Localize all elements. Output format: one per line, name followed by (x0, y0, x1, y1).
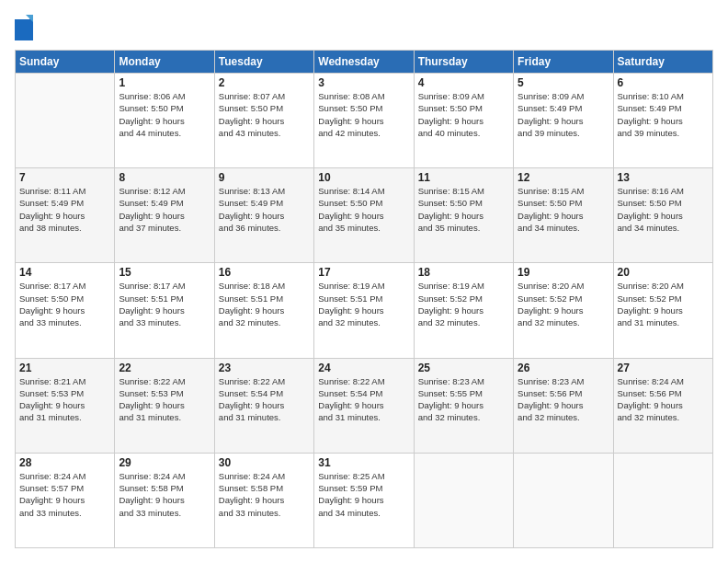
day-number: 28 (19, 456, 110, 469)
cell-info: Sunrise: 8:23 AMSunset: 5:55 PMDaylight:… (418, 375, 509, 424)
day-number: 10 (318, 171, 409, 184)
day-header-monday: Monday (115, 51, 214, 74)
calendar-cell: 13Sunrise: 8:16 AMSunset: 5:50 PMDayligh… (613, 168, 712, 263)
calendar-body: 1Sunrise: 8:06 AMSunset: 5:50 PMDaylight… (16, 74, 713, 548)
calendar-cell (613, 453, 712, 547)
cell-info: Sunrise: 8:19 AMSunset: 5:52 PMDaylight:… (418, 280, 509, 328)
calendar-cell: 6Sunrise: 8:10 AMSunset: 5:49 PMDaylight… (613, 74, 712, 168)
calendar-week-5: 28Sunrise: 8:24 AMSunset: 5:57 PMDayligh… (16, 453, 713, 547)
cell-info: Sunrise: 8:25 AMSunset: 5:59 PMDaylight:… (318, 470, 409, 519)
calendar-cell: 11Sunrise: 8:15 AMSunset: 5:50 PMDayligh… (414, 168, 513, 263)
cell-info: Sunrise: 8:16 AMSunset: 5:50 PMDaylight:… (618, 185, 709, 234)
day-number: 2 (219, 76, 310, 89)
cell-info: Sunrise: 8:15 AMSunset: 5:50 PMDaylight:… (518, 185, 609, 234)
cell-info: Sunrise: 8:24 AMSunset: 5:58 PMDaylight:… (219, 470, 310, 519)
calendar-cell: 5Sunrise: 8:09 AMSunset: 5:49 PMDaylight… (514, 74, 613, 168)
calendar-cell: 21Sunrise: 8:21 AMSunset: 5:53 PMDayligh… (16, 358, 115, 453)
cell-info: Sunrise: 8:13 AMSunset: 5:49 PMDaylight:… (219, 185, 310, 234)
day-number: 3 (318, 76, 409, 89)
day-number: 19 (518, 266, 609, 279)
day-number: 23 (219, 362, 310, 374)
cell-info: Sunrise: 8:10 AMSunset: 5:49 PMDaylight:… (618, 90, 709, 139)
calendar-cell: 31Sunrise: 8:25 AMSunset: 5:59 PMDayligh… (314, 453, 414, 547)
day-number: 20 (618, 266, 709, 279)
day-number: 18 (418, 266, 509, 279)
cell-info: Sunrise: 8:22 AMSunset: 5:54 PMDaylight:… (219, 375, 310, 424)
calendar-week-3: 14Sunrise: 8:17 AMSunset: 5:50 PMDayligh… (16, 263, 713, 358)
day-number: 26 (518, 362, 609, 374)
cell-info: Sunrise: 8:15 AMSunset: 5:50 PMDaylight:… (418, 185, 509, 234)
cell-info: Sunrise: 8:24 AMSunset: 5:56 PMDaylight:… (618, 375, 709, 424)
cell-info: Sunrise: 8:09 AMSunset: 5:49 PMDaylight:… (518, 90, 609, 139)
cell-info: Sunrise: 8:22 AMSunset: 5:54 PMDaylight:… (318, 375, 409, 424)
day-number: 17 (318, 266, 409, 279)
cell-info: Sunrise: 8:22 AMSunset: 5:53 PMDaylight:… (119, 375, 210, 424)
cell-info: Sunrise: 8:14 AMSunset: 5:50 PMDaylight:… (318, 185, 409, 234)
day-header-saturday: Saturday (613, 51, 712, 74)
calendar-cell: 8Sunrise: 8:12 AMSunset: 5:49 PMDaylight… (115, 168, 214, 263)
day-number: 30 (219, 456, 310, 469)
cell-info: Sunrise: 8:24 AMSunset: 5:57 PMDaylight:… (19, 470, 110, 519)
day-header-tuesday: Tuesday (214, 51, 313, 74)
logo (15, 15, 37, 40)
calendar-cell: 26Sunrise: 8:23 AMSunset: 5:56 PMDayligh… (514, 358, 613, 453)
day-number: 27 (618, 362, 709, 374)
calendar-cell: 28Sunrise: 8:24 AMSunset: 5:57 PMDayligh… (16, 453, 115, 547)
cell-info: Sunrise: 8:07 AMSunset: 5:50 PMDaylight:… (219, 90, 310, 139)
calendar-cell: 18Sunrise: 8:19 AMSunset: 5:52 PMDayligh… (414, 263, 513, 358)
day-number: 15 (119, 266, 210, 279)
day-number: 12 (518, 171, 609, 184)
calendar-cell: 20Sunrise: 8:20 AMSunset: 5:52 PMDayligh… (613, 263, 712, 358)
day-number: 22 (119, 362, 210, 374)
cell-info: Sunrise: 8:18 AMSunset: 5:51 PMDaylight:… (219, 280, 310, 328)
calendar-cell: 23Sunrise: 8:22 AMSunset: 5:54 PMDayligh… (214, 358, 313, 453)
calendar-cell: 27Sunrise: 8:24 AMSunset: 5:56 PMDayligh… (613, 358, 712, 453)
calendar-cell: 12Sunrise: 8:15 AMSunset: 5:50 PMDayligh… (514, 168, 613, 263)
cell-info: Sunrise: 8:21 AMSunset: 5:53 PMDaylight:… (19, 375, 110, 424)
cell-info: Sunrise: 8:11 AMSunset: 5:49 PMDaylight:… (19, 185, 110, 234)
day-number: 8 (119, 171, 210, 184)
calendar-header: SundayMondayTuesdayWednesdayThursdayFrid… (16, 51, 713, 74)
calendar-cell: 1Sunrise: 8:06 AMSunset: 5:50 PMDaylight… (115, 74, 214, 168)
logo-icon (15, 15, 33, 40)
calendar-cell: 7Sunrise: 8:11 AMSunset: 5:49 PMDaylight… (16, 168, 115, 263)
calendar-cell: 25Sunrise: 8:23 AMSunset: 5:55 PMDayligh… (414, 358, 513, 453)
calendar-week-1: 1Sunrise: 8:06 AMSunset: 5:50 PMDaylight… (16, 74, 713, 168)
calendar-table: SundayMondayTuesdayWednesdayThursdayFrid… (15, 50, 713, 548)
header (15, 15, 713, 40)
calendar-cell: 9Sunrise: 8:13 AMSunset: 5:49 PMDaylight… (214, 168, 313, 263)
day-number: 25 (418, 362, 509, 374)
calendar-cell: 3Sunrise: 8:08 AMSunset: 5:50 PMDaylight… (314, 74, 414, 168)
calendar-cell (414, 453, 513, 547)
day-number: 5 (518, 76, 609, 89)
calendar-cell: 22Sunrise: 8:22 AMSunset: 5:53 PMDayligh… (115, 358, 214, 453)
calendar-cell: 24Sunrise: 8:22 AMSunset: 5:54 PMDayligh… (314, 358, 414, 453)
day-header-wednesday: Wednesday (314, 51, 414, 74)
calendar-cell: 16Sunrise: 8:18 AMSunset: 5:51 PMDayligh… (214, 263, 313, 358)
day-header-sunday: Sunday (16, 51, 115, 74)
day-number: 21 (19, 362, 110, 374)
calendar-cell: 30Sunrise: 8:24 AMSunset: 5:58 PMDayligh… (214, 453, 313, 547)
cell-info: Sunrise: 8:24 AMSunset: 5:58 PMDaylight:… (119, 470, 210, 519)
day-number: 6 (618, 76, 709, 89)
calendar-cell (514, 453, 613, 547)
calendar-cell: 17Sunrise: 8:19 AMSunset: 5:51 PMDayligh… (314, 263, 414, 358)
cell-info: Sunrise: 8:20 AMSunset: 5:52 PMDaylight:… (618, 280, 709, 328)
cell-info: Sunrise: 8:17 AMSunset: 5:50 PMDaylight:… (19, 280, 110, 328)
day-number: 4 (418, 76, 509, 89)
calendar-week-2: 7Sunrise: 8:11 AMSunset: 5:49 PMDaylight… (16, 168, 713, 263)
calendar-cell: 4Sunrise: 8:09 AMSunset: 5:50 PMDaylight… (414, 74, 513, 168)
cell-info: Sunrise: 8:12 AMSunset: 5:49 PMDaylight:… (119, 185, 210, 234)
calendar-cell: 14Sunrise: 8:17 AMSunset: 5:50 PMDayligh… (16, 263, 115, 358)
cell-info: Sunrise: 8:09 AMSunset: 5:50 PMDaylight:… (418, 90, 509, 139)
day-number: 24 (318, 362, 409, 374)
day-number: 16 (219, 266, 310, 279)
calendar-cell: 2Sunrise: 8:07 AMSunset: 5:50 PMDaylight… (214, 74, 313, 168)
cell-info: Sunrise: 8:08 AMSunset: 5:50 PMDaylight:… (318, 90, 409, 139)
day-number: 13 (618, 171, 709, 184)
cell-info: Sunrise: 8:06 AMSunset: 5:50 PMDaylight:… (119, 90, 210, 139)
day-number: 1 (119, 76, 210, 89)
day-number: 14 (19, 266, 110, 279)
day-number: 31 (318, 456, 409, 469)
day-number: 9 (219, 171, 310, 184)
